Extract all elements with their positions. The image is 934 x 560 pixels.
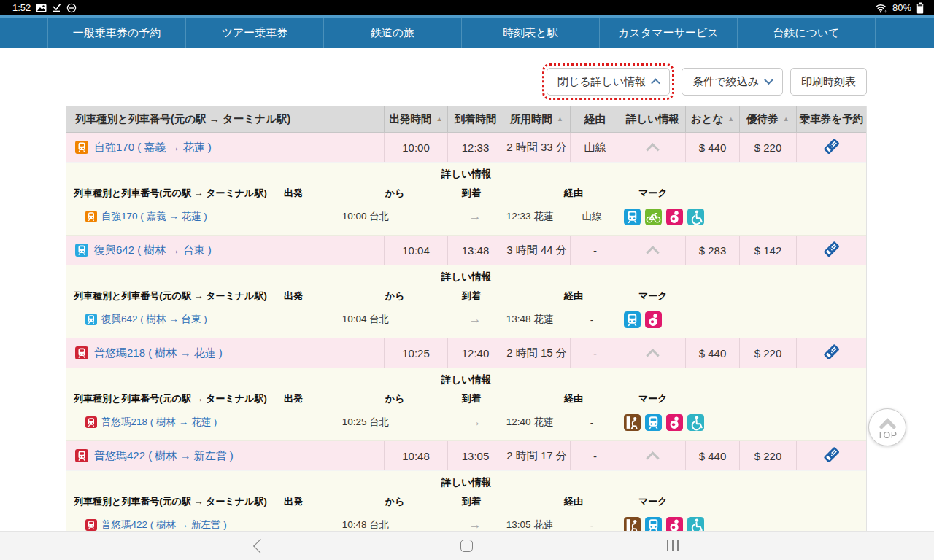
col-departure[interactable]: 出発時間▲ xyxy=(384,106,447,132)
chevron-down-icon xyxy=(764,75,773,85)
book-ticket-button[interactable] xyxy=(796,441,866,470)
book-ticket-button[interactable] xyxy=(796,338,866,368)
download-complete-icon xyxy=(52,3,61,12)
duration: 3 時間 44 分 xyxy=(503,236,570,265)
detail-via: - xyxy=(563,520,621,531)
detail-departure: 10:00 台北 xyxy=(278,210,453,223)
adult-fare: $ 440 xyxy=(685,133,739,162)
table-header-row: 列車種別と列車番号(元の駅 → ターミナル駅) 出発時間▲ 到着時間 所用時間▲… xyxy=(66,106,866,133)
train-link[interactable]: 自強170 ( 嘉義 → 花蓮 ) xyxy=(94,141,212,155)
nav-item-rail-travel[interactable]: 鉄道の旅 xyxy=(323,18,461,48)
mark-bike-icon xyxy=(645,209,662,225)
col-arrival[interactable]: 到着時間 xyxy=(447,106,503,132)
col-via: 経由 xyxy=(570,106,620,132)
toolbar: 閉じる詳しい情報 条件で絞込み 印刷時刻表 xyxy=(66,64,867,99)
detail-arrival: 13:48 花蓮 xyxy=(497,313,563,326)
chevron-up-icon xyxy=(646,451,659,464)
android-recents-icon[interactable] xyxy=(667,540,679,551)
nav-item-about-tra[interactable]: 台鉄について xyxy=(737,18,875,48)
collapse-details-toggle[interactable] xyxy=(620,338,685,368)
nav-item-timetable-stations[interactable]: 時刻表と駅 xyxy=(461,18,599,48)
detail-data-row: 普悠瑪218 ( 樹林 → 花蓮 ) 10:25 台北 → 12:40 花蓮 - xyxy=(66,409,866,435)
detail-arrival: 12:40 花蓮 xyxy=(497,416,563,429)
sort-asc-icon: ▲ xyxy=(727,116,734,122)
col-book-ticket: 乗車券を予約 xyxy=(796,106,866,132)
service-marks xyxy=(621,414,866,431)
via: 山線 xyxy=(570,133,620,162)
concession-fare: $ 220 xyxy=(739,441,796,470)
train-type-icon xyxy=(75,449,88,462)
detail-departure: 10:04 台北 xyxy=(278,313,453,326)
detail-title: 詳しい情報 xyxy=(66,373,866,386)
book-ticket-button[interactable] xyxy=(796,133,866,162)
col-adult-fare[interactable]: おとな▲ xyxy=(685,106,739,132)
close-details-label: 閉じる詳しい情報 xyxy=(557,75,646,89)
scroll-to-top-button[interactable]: TOP xyxy=(868,408,906,446)
chevron-up-icon xyxy=(646,349,659,362)
departure-time: 10:04 xyxy=(384,236,447,265)
print-timetable-button[interactable]: 印刷時刻表 xyxy=(790,68,867,96)
train-type-icon xyxy=(75,244,88,257)
table-body: 自強170 ( 嘉義 → 花蓮 ) 10:00 12:33 2 時間 33 分 … xyxy=(66,133,866,544)
chevron-up-icon xyxy=(646,246,659,259)
detail-arrival: 13:05 花蓮 xyxy=(497,518,563,532)
train-type-icon xyxy=(85,211,97,222)
duration: 2 時間 15 分 xyxy=(503,338,570,368)
arrival-time: 13:48 xyxy=(447,236,503,265)
detail-title: 詳しい情報 xyxy=(66,476,866,489)
mark-train-icon xyxy=(624,209,641,225)
duration: 2 時間 33 分 xyxy=(503,133,570,162)
train-type-icon xyxy=(85,519,97,531)
train-link[interactable]: 復興642 ( 樹林 → 台東 ) xyxy=(94,244,212,257)
sort-asc-icon: ▲ xyxy=(557,116,563,122)
via: - xyxy=(570,236,620,265)
battery-percent: 80% xyxy=(892,2,911,13)
ticket-icon xyxy=(822,239,841,261)
detail-header-row: 列車種別と列車番号(元の駅 → ターミナル駅) 出発 から 到着 経由 マーク xyxy=(66,286,866,306)
departure-time: 10:48 xyxy=(384,441,447,470)
detail-train-link[interactable]: 自強170 ( 嘉義 → 花蓮 ) xyxy=(101,210,207,223)
train-row: 普悠瑪218 ( 樹林 → 花蓮 ) 10:25 12:40 2 時間 15 分… xyxy=(66,338,866,368)
sort-asc-icon: ▲ xyxy=(436,116,443,122)
col-duration[interactable]: 所用時間▲ xyxy=(503,106,570,132)
collapse-details-toggle[interactable] xyxy=(620,441,685,470)
detail-train-link[interactable]: 復興642 ( 樹林 → 台東 ) xyxy=(101,313,207,326)
android-home-icon[interactable] xyxy=(460,540,473,552)
col-train: 列車種別と列車番号(元の駅 → ターミナル駅) xyxy=(66,106,384,132)
filter-button[interactable]: 条件で絞込み xyxy=(682,68,783,96)
nav-item-booking[interactable]: 一般乗車券の予約 xyxy=(47,18,185,48)
train-row: 普悠瑪422 ( 樹林 → 新左営 ) 10:48 13:05 2 時間 17 … xyxy=(66,441,866,471)
android-back-icon[interactable] xyxy=(253,539,268,553)
close-details-button[interactable]: 閉じる詳しい情報 xyxy=(547,68,670,96)
concession-fare: $ 220 xyxy=(739,133,796,162)
train-type-icon xyxy=(85,314,97,325)
col-concession-fare[interactable]: 優待券▲ xyxy=(739,106,796,132)
train-link[interactable]: 普悠瑪218 ( 樹林 → 花蓮 ) xyxy=(94,346,223,360)
detail-panel: 詳しい情報 列車種別と列車番号(元の駅 → ターミナル駅) 出発 から 到着 経… xyxy=(66,163,866,236)
nav-item-customer-service[interactable]: カスタマーサービス xyxy=(599,18,737,48)
train-type-icon xyxy=(85,416,97,428)
timetable: 列車種別と列車番号(元の駅 → ターミナル駅) 出発時間▲ 到着時間 所用時間▲… xyxy=(66,106,867,544)
sort-asc-icon: ▲ xyxy=(783,116,790,122)
detail-train-link[interactable]: 普悠瑪218 ( 樹林 → 花蓮 ) xyxy=(101,416,217,429)
concession-fare: $ 220 xyxy=(739,338,796,368)
book-ticket-button[interactable] xyxy=(796,236,866,265)
mark-priority-icon xyxy=(624,414,641,431)
collapse-details-toggle[interactable] xyxy=(620,236,685,265)
nav-item-tour-tickets[interactable]: ツアー乗車券 xyxy=(185,18,323,48)
train-row: 復興642 ( 樹林 → 台東 ) 10:04 13:48 3 時間 44 分 … xyxy=(66,236,866,265)
arrival-time: 12:33 xyxy=(447,133,503,162)
detail-train-link[interactable]: 普悠瑪422 ( 樹林 → 新左営 ) xyxy=(101,518,227,532)
detail-panel: 詳しい情報 列車種別と列車番号(元の駅 → ターミナル駅) 出発 から 到着 経… xyxy=(66,265,866,338)
departure-time: 10:00 xyxy=(384,133,447,162)
mark-nursing-icon xyxy=(645,311,662,328)
chevron-up-icon xyxy=(651,78,660,88)
train-row-group: 自強170 ( 嘉義 → 花蓮 ) 10:00 12:33 2 時間 33 分 … xyxy=(66,133,866,236)
arrow-right-icon: → xyxy=(453,415,497,429)
detail-header-row: 列車種別と列車番号(元の駅 → ターミナル駅) 出発 から 到着 経由 マーク xyxy=(66,183,866,203)
mark-train-icon xyxy=(645,414,662,431)
train-link[interactable]: 普悠瑪422 ( 樹林 → 新左営 ) xyxy=(94,449,234,463)
mark-train-icon xyxy=(624,311,641,328)
main-nav: 一般乗車券の予約 ツアー乗車券 鉄道の旅 時刻表と駅 カスタマーサービス 台鉄に… xyxy=(0,15,934,48)
collapse-details-toggle[interactable] xyxy=(620,133,685,162)
